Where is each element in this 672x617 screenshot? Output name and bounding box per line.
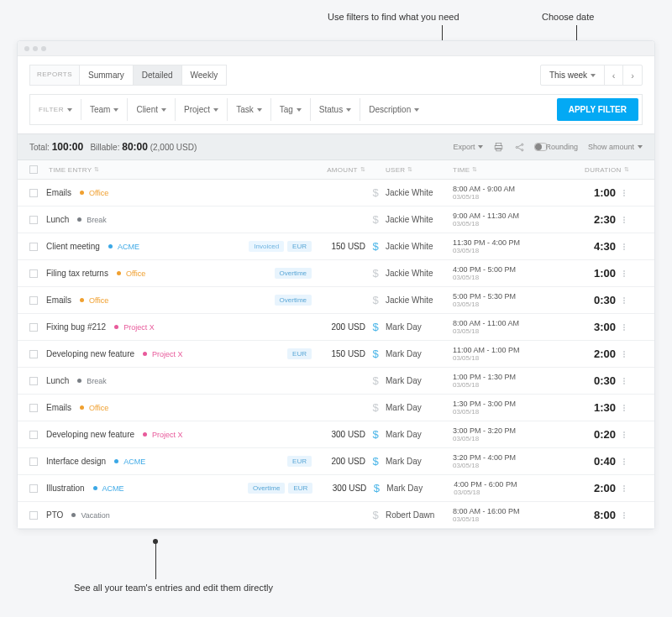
row-checkbox[interactable]: [29, 404, 38, 412]
print-icon: [493, 142, 504, 153]
user-name: Jackie White: [386, 188, 433, 197]
entry-description: Developing new feature: [46, 349, 134, 358]
table-row[interactable]: Developing new featureProject XEUR150 US…: [18, 341, 654, 368]
table-body: EmailsOffice$Jackie White8:00 AM - 9:00 …: [18, 180, 654, 529]
row-checkbox[interactable]: [29, 350, 38, 358]
tab-summary[interactable]: Summary: [80, 65, 134, 86]
row-more-icon[interactable]: [619, 512, 629, 519]
table-row[interactable]: EmailsOffice$Jackie White8:00 AM - 9:00 …: [18, 180, 654, 207]
row-checkbox[interactable]: [29, 243, 38, 251]
row-checkbox[interactable]: [29, 296, 38, 305]
user-name: Mark Day: [386, 484, 423, 493]
row-more-icon[interactable]: [619, 378, 629, 384]
row-more-icon[interactable]: [619, 405, 629, 411]
print-button[interactable]: [493, 142, 504, 153]
totals-bar: Total: 100:00 Billable: 80:00 (2,000 USD…: [18, 133, 654, 160]
billable-icon[interactable]: $: [372, 240, 378, 253]
billable-icon[interactable]: $: [372, 213, 378, 226]
filter-project[interactable]: Project: [176, 98, 228, 121]
row-checkbox[interactable]: [29, 189, 38, 197]
table-row[interactable]: EmailsOfficeOvertime$Jackie White5:00 PM…: [18, 287, 654, 314]
row-more-icon[interactable]: [619, 217, 629, 223]
filter-tag[interactable]: Tag: [271, 98, 311, 121]
toggle-icon: [535, 144, 542, 150]
table-row[interactable]: IllustrationACMEOvertimeEUR300 USD$Mark …: [18, 475, 654, 502]
rounding-toggle[interactable]: Rounding: [535, 143, 578, 151]
project-dot-icon: [117, 271, 121, 275]
project-name: ACME: [123, 458, 145, 466]
show-amount-button[interactable]: Show amount: [588, 143, 643, 151]
time-date: 03/05/18: [453, 515, 479, 523]
billable-icon[interactable]: $: [372, 455, 378, 468]
row-checkbox[interactable]: [29, 431, 38, 439]
date-range-button[interactable]: This week: [541, 65, 605, 85]
row-more-icon[interactable]: [619, 190, 629, 196]
project-dot-icon: [77, 217, 81, 222]
amount-value: 200 USD: [315, 457, 365, 466]
table-row[interactable]: PTOVacation$Robert Dawn8:00 AM - 16:00 P…: [18, 502, 654, 529]
user-name: Jackie White: [386, 215, 433, 224]
row-more-icon[interactable]: [619, 297, 629, 304]
filter-team[interactable]: Team: [81, 98, 128, 121]
th-duration[interactable]: DURATION: [585, 166, 622, 174]
row-more-icon[interactable]: [619, 485, 629, 492]
filter-task[interactable]: Task: [228, 98, 271, 121]
amount-value: 300 USD: [315, 430, 365, 439]
row-checkbox[interactable]: [29, 216, 38, 224]
row-more-icon[interactable]: [619, 324, 629, 331]
tag-badge: EUR: [287, 456, 312, 467]
filter-description[interactable]: Description: [360, 98, 428, 121]
row-more-icon[interactable]: [619, 243, 629, 250]
billable-icon[interactable]: $: [372, 321, 378, 333]
billable-icon[interactable]: $: [372, 186, 378, 199]
row-more-icon[interactable]: [619, 431, 629, 438]
select-all-checkbox[interactable]: [29, 165, 38, 174]
th-amount[interactable]: AMOUNT: [327, 166, 357, 174]
table-row[interactable]: Filing tax returnsOfficeOvertime$Jackie …: [18, 260, 654, 287]
billable-icon[interactable]: $: [372, 374, 378, 387]
tab-weekly[interactable]: Weekly: [182, 65, 228, 86]
table-row[interactable]: EmailsOffice$Mark Day1:30 PM - 3:00 PM03…: [18, 395, 654, 421]
row-more-icon[interactable]: [619, 270, 629, 277]
th-user[interactable]: USER: [386, 166, 405, 174]
row-checkbox[interactable]: [29, 269, 38, 278]
row-checkbox[interactable]: [29, 377, 38, 385]
table-row[interactable]: LunchBreak$Mark Day1:00 PM - 1:30 PM03/0…: [18, 368, 654, 395]
th-time[interactable]: TIME: [453, 166, 470, 174]
row-checkbox[interactable]: [29, 511, 38, 520]
billable-icon[interactable]: $: [372, 428, 378, 441]
apply-filter-button[interactable]: APPLY FILTER: [557, 98, 638, 121]
billable-icon[interactable]: $: [372, 294, 378, 306]
user-name: Robert Dawn: [386, 510, 434, 520]
billable-icon[interactable]: $: [372, 509, 378, 521]
filter-client[interactable]: Client: [128, 98, 176, 121]
row-checkbox[interactable]: [29, 323, 38, 332]
duration-value: 1:00: [594, 186, 616, 199]
project-dot-icon: [108, 244, 113, 248]
export-button[interactable]: Export: [453, 143, 483, 151]
row-more-icon[interactable]: [619, 351, 629, 358]
table-row[interactable]: Fixing bug #212Project X200 USD$Mark Day…: [18, 314, 654, 341]
table-row[interactable]: Interface designACMEEUR200 USD$Mark Day3…: [18, 448, 654, 475]
billable-icon[interactable]: $: [372, 267, 378, 280]
billable-icon[interactable]: $: [374, 482, 380, 494]
billable-icon[interactable]: $: [372, 401, 378, 414]
date-next-button[interactable]: ›: [623, 65, 642, 85]
th-time-entry[interactable]: TIME ENTRY: [49, 166, 92, 174]
table-row[interactable]: Client meetingACMEInvoicedEUR150 USD$Jac…: [18, 233, 654, 260]
annotation-filters: Use filters to find what you need: [328, 12, 459, 22]
sort-icon: ⇅: [624, 166, 629, 173]
share-icon: [514, 142, 525, 153]
row-checkbox[interactable]: [29, 458, 38, 466]
date-prev-button[interactable]: ‹: [605, 65, 623, 85]
filter-status[interactable]: Status: [311, 98, 360, 121]
table-row[interactable]: LunchBreak$Jackie White9:00 AM - 11:30 A…: [18, 207, 654, 233]
table-row[interactable]: Developing new featureProject X300 USD$M…: [18, 421, 654, 448]
entry-description: Fixing bug #212: [46, 322, 106, 332]
share-button[interactable]: [514, 142, 525, 153]
tab-detailed[interactable]: Detailed: [134, 65, 182, 86]
row-checkbox[interactable]: [29, 484, 38, 493]
caret-down-icon: [257, 108, 262, 112]
row-more-icon[interactable]: [619, 458, 629, 465]
billable-icon[interactable]: $: [372, 348, 378, 360]
